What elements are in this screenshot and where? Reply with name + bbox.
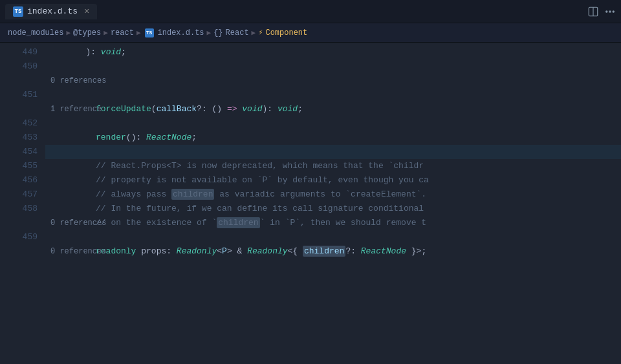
tab-index-dts[interactable]: TS index.d.ts × xyxy=(5,4,97,19)
breadcrumb: node_modules ▶ @types ▶ react ▶ TS index… xyxy=(0,23,621,43)
line-numbers: 449 450 451 452 453 454 455 456 457 458 … xyxy=(0,43,45,364)
code-line-459: readonly props: Readonly<P> & Readonly<{… xyxy=(45,230,621,244)
breadcrumb-react[interactable]: react xyxy=(111,28,134,37)
svg-point-4 xyxy=(613,10,614,12)
split-editor-icon[interactable] xyxy=(587,6,599,17)
code-line-452: render(): ReactNode; xyxy=(45,116,621,131)
breadcrumb-sep-5: ▶ xyxy=(252,28,256,37)
tab-filename: index.d.ts xyxy=(27,6,78,16)
code-line-449: ): void; xyxy=(45,45,621,59)
ref-count-1: 1 reference xyxy=(45,102,102,116)
breadcrumb-ts-icon: TS xyxy=(145,28,154,37)
code-line-456: // always pass children as variadic argu… xyxy=(45,173,621,187)
code-line-454: // React.Props<T> is now deprecated, whi… xyxy=(45,145,621,159)
breadcrumb-braces: {} xyxy=(213,28,223,37)
breadcrumb-types[interactable]: @types xyxy=(73,28,101,37)
code-line-457: // In the future, if we can define its c… xyxy=(45,187,621,202)
more-actions-icon[interactable] xyxy=(604,6,616,17)
ref-count-0: 0 references xyxy=(45,74,106,88)
breadcrumb-react-ns[interactable]: React xyxy=(226,28,249,37)
code-line-450 xyxy=(45,59,621,74)
tab-bar: TS index.d.ts × xyxy=(0,0,621,23)
ref-label-0: 0 references xyxy=(45,74,621,88)
ref-count-2: 0 references xyxy=(45,216,106,230)
svg-point-2 xyxy=(606,10,607,12)
breadcrumb-component[interactable]: Component xyxy=(265,28,307,37)
editor: 449 450 451 452 453 454 455 456 457 458 … xyxy=(0,43,621,364)
line-449-content: ): void; xyxy=(45,45,126,59)
breadcrumb-node-modules[interactable]: node_modules xyxy=(8,28,63,37)
breadcrumb-sep-3: ▶ xyxy=(136,28,141,37)
code-line-455: // property is not available on `P` by d… xyxy=(45,159,621,173)
tab-close-button[interactable]: × xyxy=(84,6,89,17)
tab-list: TS index.d.ts × xyxy=(5,4,97,19)
svg-point-3 xyxy=(609,10,611,12)
ref-count-3: 0 references xyxy=(45,244,106,259)
breadcrumb-sep-2: ▶ xyxy=(104,28,108,37)
code-line-458: // on the existence of `children` in `P`… xyxy=(45,202,621,216)
code-area: 449 450 451 452 453 454 455 456 457 458 … xyxy=(0,43,621,364)
breadcrumb-component-icon: ⚡ xyxy=(258,28,263,37)
breadcrumb-sep-4: ▶ xyxy=(207,28,212,37)
code-lines: ): void; 0 references forceUpdate(callBa… xyxy=(45,43,621,364)
breadcrumb-filename[interactable]: index.d.ts xyxy=(158,28,204,37)
ts-icon: TS xyxy=(13,6,23,17)
code-line-451: forceUpdate(callBack?: () => void): void… xyxy=(45,88,621,102)
breadcrumb-sep-1: ▶ xyxy=(66,28,71,37)
tab-actions xyxy=(587,6,616,17)
